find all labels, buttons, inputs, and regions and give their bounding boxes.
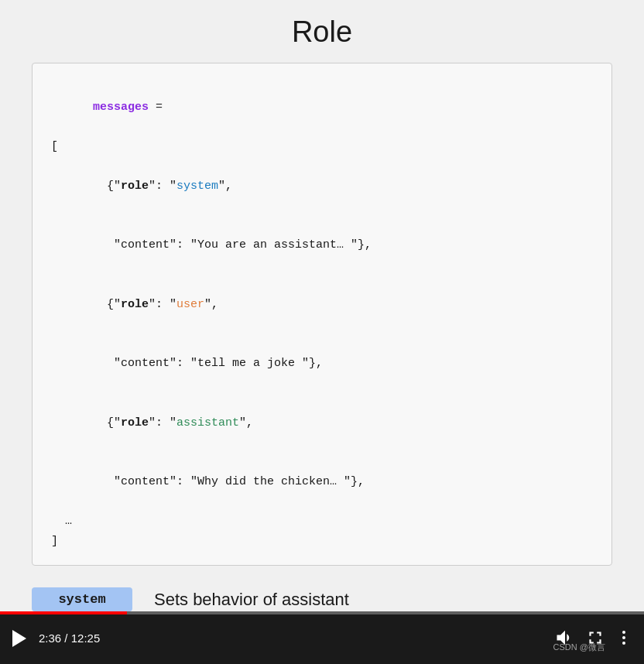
progress-bar-container[interactable] bbox=[0, 611, 644, 614]
play-button[interactable] bbox=[11, 630, 26, 647]
time-total: 12:25 bbox=[71, 631, 101, 645]
play-icon bbox=[12, 630, 26, 647]
progress-bar-fill bbox=[0, 611, 127, 614]
video-controls-bar: 2:36 / 12:25 CSDN @微言 bbox=[0, 611, 644, 664]
code-line-4: "content": "You are an assistant… "}, bbox=[51, 216, 593, 276]
code-line-9: … bbox=[51, 512, 593, 532]
system-desc: Sets behavior of assistant bbox=[154, 590, 349, 610]
time-display: 2:36 / 12:25 bbox=[39, 631, 100, 645]
more-options-button[interactable] bbox=[615, 628, 633, 647]
code-block: messages = [ {"role": "system", "content… bbox=[32, 63, 612, 566]
code-line-1: messages = bbox=[51, 77, 593, 137]
svg-point-2 bbox=[622, 631, 625, 634]
time-separator: / bbox=[61, 631, 71, 645]
code-line-10: ] bbox=[51, 532, 593, 552]
code-line-8: "content": "Why did the chicken… "}, bbox=[51, 453, 593, 512]
svg-point-4 bbox=[622, 642, 625, 645]
system-badge: system bbox=[32, 587, 132, 611]
time-current: 2:36 bbox=[39, 631, 61, 645]
watermark: CSDN @微言 bbox=[553, 642, 605, 653]
page-title: Role bbox=[292, 15, 352, 49]
svg-point-3 bbox=[622, 636, 625, 639]
code-line-3: {"role": "system", bbox=[51, 156, 593, 216]
system-legend-row: system Sets behavior of assistant bbox=[32, 587, 612, 611]
code-line-7: {"role": "assistant", bbox=[51, 393, 593, 453]
main-content: Role messages = [ {"role": "system", "co… bbox=[0, 0, 644, 611]
more-icon bbox=[615, 628, 633, 647]
code-line-5: {"role": "user", bbox=[51, 275, 593, 334]
code-line-6: "content": "tell me a joke "}, bbox=[51, 334, 593, 394]
code-line-2: [ bbox=[51, 137, 593, 157]
